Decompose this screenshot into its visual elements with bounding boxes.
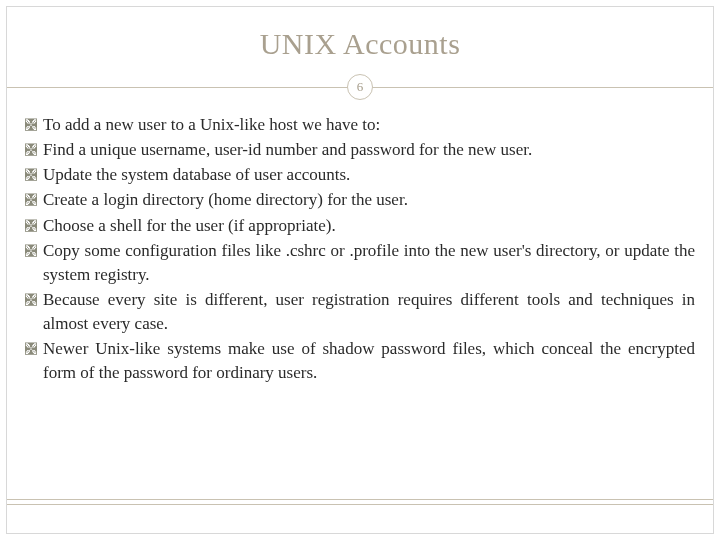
list-item: Copy some configuration files like .cshr… — [25, 239, 695, 287]
list-item: To add a new user to a Unix-like host we… — [25, 113, 695, 137]
list-item: Update the system database of user accou… — [25, 163, 695, 187]
page-number-badge: 6 — [347, 74, 373, 100]
list-item: Newer Unix-like systems make use of shad… — [25, 337, 695, 385]
page-number-row: 6 — [7, 73, 713, 101]
bullet-list: To add a new user to a Unix-like host we… — [7, 101, 713, 385]
list-item: Find a unique username, user-id number a… — [25, 138, 695, 162]
slide-title: UNIX Accounts — [7, 27, 713, 61]
list-item: Because every site is different, user re… — [25, 288, 695, 336]
list-item: Choose a shell for the user (if appropri… — [25, 214, 695, 238]
list-item: Create a login directory (home directory… — [25, 188, 695, 212]
slide-frame: UNIX Accounts 6 To add a new user to a U… — [6, 6, 714, 534]
horizontal-rule-bottom — [7, 499, 713, 505]
